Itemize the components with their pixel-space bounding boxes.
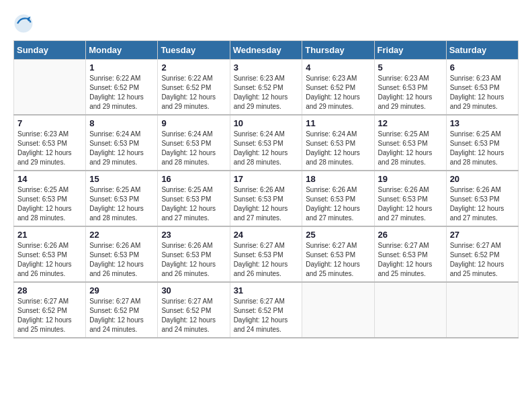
day-cell: 15Sunrise: 6:25 AMSunset: 6:53 PMDayligh… bbox=[86, 171, 158, 226]
logo-icon bbox=[13, 13, 34, 34]
day-info: Sunrise: 6:26 AMSunset: 6:53 PMDaylight:… bbox=[234, 185, 299, 223]
day-cell: 7Sunrise: 6:23 AMSunset: 6:53 PMDaylight… bbox=[14, 115, 86, 171]
day-cell bbox=[302, 282, 374, 338]
day-cell: 4Sunrise: 6:23 AMSunset: 6:52 PMDaylight… bbox=[302, 60, 374, 116]
day-info: Sunrise: 6:22 AMSunset: 6:52 PMDaylight:… bbox=[89, 74, 154, 111]
header-day: Thursday bbox=[302, 41, 374, 60]
day-number: 31 bbox=[234, 285, 299, 295]
header-day: Tuesday bbox=[158, 41, 230, 60]
header-day: Friday bbox=[374, 41, 446, 60]
day-number: 26 bbox=[378, 230, 443, 240]
day-number: 7 bbox=[17, 118, 82, 128]
day-cell: 16Sunrise: 6:25 AMSunset: 6:53 PMDayligh… bbox=[158, 171, 230, 226]
day-info: Sunrise: 6:24 AMSunset: 6:53 PMDaylight:… bbox=[161, 130, 226, 167]
week-row: 1Sunrise: 6:22 AMSunset: 6:52 PMDaylight… bbox=[14, 60, 519, 116]
day-number: 6 bbox=[450, 62, 515, 73]
day-info: Sunrise: 6:25 AMSunset: 6:53 PMDaylight:… bbox=[89, 185, 154, 223]
header-row: SundayMondayTuesdayWednesdayThursdayFrid… bbox=[14, 41, 519, 60]
day-cell: 9Sunrise: 6:24 AMSunset: 6:53 PMDaylight… bbox=[158, 115, 230, 171]
day-info: Sunrise: 6:25 AMSunset: 6:53 PMDaylight:… bbox=[450, 130, 515, 167]
day-cell bbox=[14, 60, 86, 116]
day-number: 24 bbox=[234, 230, 299, 240]
day-cell: 12Sunrise: 6:25 AMSunset: 6:53 PMDayligh… bbox=[374, 115, 446, 171]
header-day: Monday bbox=[86, 41, 158, 60]
day-number: 5 bbox=[378, 62, 443, 73]
day-cell: 27Sunrise: 6:27 AMSunset: 6:52 PMDayligh… bbox=[446, 226, 518, 282]
day-info: Sunrise: 6:25 AMSunset: 6:53 PMDaylight:… bbox=[17, 185, 82, 223]
day-number: 13 bbox=[450, 118, 515, 128]
day-info: Sunrise: 6:22 AMSunset: 6:52 PMDaylight:… bbox=[161, 74, 226, 111]
day-number: 20 bbox=[450, 174, 515, 184]
day-cell bbox=[374, 282, 446, 338]
day-cell: 22Sunrise: 6:26 AMSunset: 6:53 PMDayligh… bbox=[86, 226, 158, 282]
day-info: Sunrise: 6:27 AMSunset: 6:52 PMDaylight:… bbox=[89, 297, 154, 334]
calendar-header: SundayMondayTuesdayWednesdayThursdayFrid… bbox=[14, 41, 519, 60]
day-number: 11 bbox=[306, 118, 370, 128]
day-number: 10 bbox=[234, 118, 299, 128]
day-cell: 17Sunrise: 6:26 AMSunset: 6:53 PMDayligh… bbox=[230, 171, 302, 226]
day-number: 27 bbox=[450, 230, 515, 240]
day-cell: 1Sunrise: 6:22 AMSunset: 6:52 PMDaylight… bbox=[86, 60, 158, 116]
day-cell bbox=[446, 282, 518, 338]
logo bbox=[13, 13, 35, 34]
day-cell: 26Sunrise: 6:27 AMSunset: 6:53 PMDayligh… bbox=[374, 226, 446, 282]
day-number: 30 bbox=[161, 285, 226, 295]
day-cell: 20Sunrise: 6:26 AMSunset: 6:53 PMDayligh… bbox=[446, 171, 518, 226]
day-info: Sunrise: 6:23 AMSunset: 6:53 PMDaylight:… bbox=[378, 74, 443, 111]
day-number: 2 bbox=[161, 62, 226, 73]
day-number: 1 bbox=[89, 62, 154, 73]
day-info: Sunrise: 6:26 AMSunset: 6:53 PMDaylight:… bbox=[17, 241, 82, 279]
day-info: Sunrise: 6:26 AMSunset: 6:53 PMDaylight:… bbox=[378, 185, 443, 223]
day-cell: 30Sunrise: 6:27 AMSunset: 6:52 PMDayligh… bbox=[158, 282, 230, 338]
day-cell: 24Sunrise: 6:27 AMSunset: 6:53 PMDayligh… bbox=[230, 226, 302, 282]
day-number: 19 bbox=[378, 174, 443, 184]
day-number: 16 bbox=[161, 174, 226, 184]
week-row: 7Sunrise: 6:23 AMSunset: 6:53 PMDaylight… bbox=[14, 115, 519, 171]
week-row: 14Sunrise: 6:25 AMSunset: 6:53 PMDayligh… bbox=[14, 171, 519, 226]
day-number: 14 bbox=[17, 174, 82, 184]
day-number: 4 bbox=[306, 62, 370, 73]
day-info: Sunrise: 6:25 AMSunset: 6:53 PMDaylight:… bbox=[378, 130, 443, 167]
day-number: 29 bbox=[89, 285, 154, 295]
day-info: Sunrise: 6:23 AMSunset: 6:53 PMDaylight:… bbox=[450, 74, 515, 111]
day-info: Sunrise: 6:27 AMSunset: 6:53 PMDaylight:… bbox=[306, 241, 370, 279]
day-number: 21 bbox=[17, 230, 82, 240]
day-cell: 3Sunrise: 6:23 AMSunset: 6:52 PMDaylight… bbox=[230, 60, 302, 116]
day-cell: 6Sunrise: 6:23 AMSunset: 6:53 PMDaylight… bbox=[446, 60, 518, 116]
day-number: 8 bbox=[89, 118, 154, 128]
day-info: Sunrise: 6:27 AMSunset: 6:53 PMDaylight:… bbox=[234, 241, 299, 279]
day-cell: 8Sunrise: 6:24 AMSunset: 6:53 PMDaylight… bbox=[86, 115, 158, 171]
day-number: 12 bbox=[378, 118, 443, 128]
day-cell: 21Sunrise: 6:26 AMSunset: 6:53 PMDayligh… bbox=[14, 226, 86, 282]
day-cell: 14Sunrise: 6:25 AMSunset: 6:53 PMDayligh… bbox=[14, 171, 86, 226]
day-cell: 23Sunrise: 6:26 AMSunset: 6:53 PMDayligh… bbox=[158, 226, 230, 282]
day-cell: 11Sunrise: 6:24 AMSunset: 6:53 PMDayligh… bbox=[302, 115, 374, 171]
day-info: Sunrise: 6:24 AMSunset: 6:53 PMDaylight:… bbox=[306, 130, 370, 167]
day-cell: 25Sunrise: 6:27 AMSunset: 6:53 PMDayligh… bbox=[302, 226, 374, 282]
header-day: Wednesday bbox=[230, 41, 302, 60]
day-cell: 29Sunrise: 6:27 AMSunset: 6:52 PMDayligh… bbox=[86, 282, 158, 338]
week-row: 21Sunrise: 6:26 AMSunset: 6:53 PMDayligh… bbox=[14, 226, 519, 282]
page-container: SundayMondayTuesdayWednesdayThursdayFrid… bbox=[13, 13, 519, 338]
day-cell: 18Sunrise: 6:26 AMSunset: 6:53 PMDayligh… bbox=[302, 171, 374, 226]
day-info: Sunrise: 6:25 AMSunset: 6:53 PMDaylight:… bbox=[161, 185, 226, 223]
day-cell: 13Sunrise: 6:25 AMSunset: 6:53 PMDayligh… bbox=[446, 115, 518, 171]
day-info: Sunrise: 6:26 AMSunset: 6:53 PMDaylight:… bbox=[450, 185, 515, 223]
calendar-body: 1Sunrise: 6:22 AMSunset: 6:52 PMDaylight… bbox=[14, 60, 519, 338]
day-info: Sunrise: 6:23 AMSunset: 6:53 PMDaylight:… bbox=[17, 130, 82, 167]
day-info: Sunrise: 6:26 AMSunset: 6:53 PMDaylight:… bbox=[89, 241, 154, 279]
day-info: Sunrise: 6:27 AMSunset: 6:52 PMDaylight:… bbox=[161, 297, 226, 334]
day-info: Sunrise: 6:27 AMSunset: 6:52 PMDaylight:… bbox=[234, 297, 299, 334]
day-info: Sunrise: 6:27 AMSunset: 6:52 PMDaylight:… bbox=[450, 241, 515, 279]
day-info: Sunrise: 6:23 AMSunset: 6:52 PMDaylight:… bbox=[306, 74, 370, 111]
day-cell: 19Sunrise: 6:26 AMSunset: 6:53 PMDayligh… bbox=[374, 171, 446, 226]
day-cell: 10Sunrise: 6:24 AMSunset: 6:53 PMDayligh… bbox=[230, 115, 302, 171]
day-info: Sunrise: 6:27 AMSunset: 6:52 PMDaylight:… bbox=[17, 297, 82, 334]
header-day: Sunday bbox=[14, 41, 86, 60]
day-cell: 28Sunrise: 6:27 AMSunset: 6:52 PMDayligh… bbox=[14, 282, 86, 338]
day-number: 23 bbox=[161, 230, 226, 240]
day-number: 28 bbox=[17, 285, 82, 295]
day-number: 25 bbox=[306, 230, 370, 240]
day-cell: 5Sunrise: 6:23 AMSunset: 6:53 PMDaylight… bbox=[374, 60, 446, 116]
day-info: Sunrise: 6:24 AMSunset: 6:53 PMDaylight:… bbox=[234, 130, 299, 167]
